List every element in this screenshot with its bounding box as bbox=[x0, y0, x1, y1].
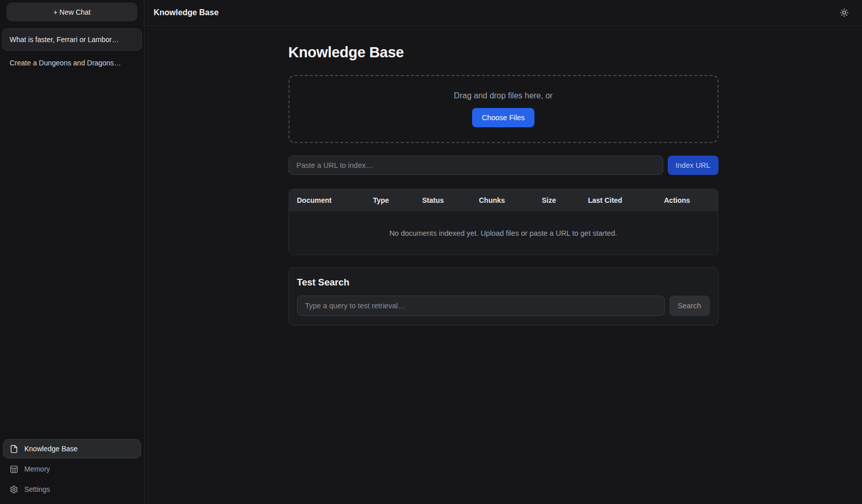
sidebar-item-label: Memory bbox=[24, 465, 50, 473]
sidebar-item-label: Knowledge Base bbox=[24, 445, 78, 453]
documents-table-header: Document Type Status Chunks Size Last Ci… bbox=[289, 189, 718, 211]
chat-history-item[interactable]: What is faster, Ferrari or Lambor… bbox=[2, 28, 142, 51]
sidebar-item-settings[interactable]: Settings bbox=[3, 480, 141, 499]
column-header-size: Size bbox=[534, 196, 580, 204]
topbar: Knowledge Base bbox=[145, 0, 862, 26]
documents-empty-state: No documents indexed yet. Upload files o… bbox=[289, 211, 718, 255]
main-area: Knowledge Base Knowledge Base Drag and d… bbox=[145, 0, 862, 504]
theme-toggle-button[interactable] bbox=[836, 4, 853, 21]
page-title: Knowledge Base bbox=[289, 44, 719, 61]
test-search-row: Search bbox=[297, 296, 710, 316]
topbar-title: Knowledge Base bbox=[154, 8, 219, 17]
sidebar: + New Chat What is faster, Ferrari or La… bbox=[0, 0, 145, 504]
file-dropzone[interactable]: Drag and drop files here, or Choose File… bbox=[289, 75, 719, 143]
test-search-card: Test Search Search bbox=[289, 267, 719, 326]
sidebar-item-label: Settings bbox=[24, 485, 50, 493]
file-icon bbox=[10, 445, 18, 453]
column-header-actions: Actions bbox=[656, 196, 718, 204]
column-header-status: Status bbox=[414, 196, 471, 204]
column-header-type: Type bbox=[365, 196, 414, 204]
sidebar-bottom-nav: Knowledge Base Memory Settings bbox=[0, 439, 144, 499]
index-url-button[interactable]: Index URL bbox=[668, 156, 719, 175]
table-icon bbox=[10, 465, 18, 474]
dropzone-hint: Drag and drop files here, or bbox=[454, 91, 553, 100]
column-header-last-cited: Last Cited bbox=[580, 196, 656, 204]
url-index-row: Index URL bbox=[289, 156, 719, 175]
knowledge-base-page: Knowledge Base Drag and drop files here,… bbox=[289, 26, 719, 326]
choose-files-button[interactable]: Choose Files bbox=[472, 108, 534, 127]
sun-icon bbox=[840, 8, 849, 17]
sidebar-spacer bbox=[0, 74, 144, 439]
search-button[interactable]: Search bbox=[669, 296, 710, 316]
column-header-document: Document bbox=[289, 196, 365, 204]
new-chat-button[interactable]: + New Chat bbox=[7, 3, 137, 21]
sidebar-item-knowledge-base[interactable]: Knowledge Base bbox=[3, 439, 141, 458]
test-search-title: Test Search bbox=[297, 277, 710, 288]
column-header-chunks: Chunks bbox=[471, 196, 534, 204]
documents-table: Document Type Status Chunks Size Last Ci… bbox=[289, 189, 719, 255]
test-search-input[interactable] bbox=[297, 296, 665, 316]
sidebar-item-memory[interactable]: Memory bbox=[3, 459, 141, 479]
content-scroll-area[interactable]: Knowledge Base Drag and drop files here,… bbox=[145, 26, 862, 504]
chat-history-list: What is faster, Ferrari or Lambor… Creat… bbox=[0, 28, 144, 74]
gear-icon bbox=[10, 485, 18, 494]
chat-history-item[interactable]: Create a Dungeons and Dragons… bbox=[2, 52, 142, 74]
url-input[interactable] bbox=[289, 156, 663, 175]
